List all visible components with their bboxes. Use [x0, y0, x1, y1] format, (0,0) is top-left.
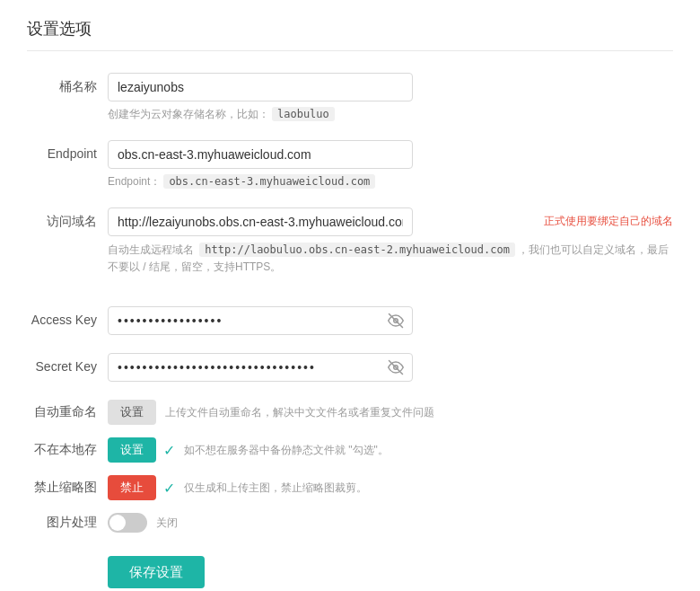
- thumb-check-icon: ✓: [163, 480, 175, 497]
- endpoint-hint: Endpoint：obs.cn-east-3.myhuaweicloud.com: [108, 174, 378, 190]
- bucket-input[interactable]: [108, 73, 413, 101]
- endpoint-hint-code: obs.cn-east-3.myhuaweicloud.com: [163, 174, 375, 189]
- image-toggle-label: 关闭: [156, 516, 178, 531]
- image-toggle[interactable]: 关闭: [108, 513, 178, 533]
- local-save-check-icon: ✓: [163, 442, 175, 459]
- visit-hint-code: http://laobuluo.obs.cn-east-2.myhuaweicl…: [199, 243, 515, 257]
- secret-key-label: Secret Key: [27, 353, 108, 374]
- rename-label: 自动重命名: [27, 404, 108, 420]
- save-button[interactable]: 保存设置: [108, 556, 205, 588]
- local-save-button[interactable]: 设置: [108, 437, 156, 463]
- access-key-input[interactable]: [108, 306, 413, 335]
- bucket-hint-code: laobuluo: [272, 107, 335, 121]
- rename-button[interactable]: 设置: [108, 400, 156, 425]
- thumb-label: 禁止缩略图: [27, 480, 108, 496]
- bucket-label: 桶名称: [27, 73, 108, 95]
- rename-hint: 上传文件自动重命名，解决中文文件名或者重复文件问题: [165, 405, 434, 420]
- endpoint-label: Endpoint: [27, 140, 108, 161]
- visit-hint: 自动生成远程域名 http://laobuluo.obs.cn-east-2.m…: [108, 242, 673, 276]
- local-save-label: 不在本地存: [27, 442, 108, 458]
- image-toggle-switch[interactable]: [108, 513, 147, 533]
- endpoint-input[interactable]: [108, 140, 413, 169]
- local-save-hint: 如不想在服务器中备份静态文件就 "勾选"。: [184, 443, 389, 458]
- page-title: 设置选项: [27, 18, 673, 51]
- toggle-knob: [109, 515, 126, 531]
- access-key-label: Access Key: [27, 306, 108, 327]
- visit-label: 访问域名: [27, 207, 108, 230]
- secret-key-input[interactable]: [108, 353, 413, 382]
- bucket-hint: 创建华为云对象存储名称，比如：laobuluo: [108, 107, 337, 122]
- visit-notice: 正式使用要绑定自己的域名: [544, 207, 673, 229]
- access-key-eye-icon[interactable]: [388, 313, 404, 329]
- thumb-button[interactable]: 禁止: [108, 475, 156, 500]
- image-label: 图片处理: [27, 515, 108, 531]
- visit-input[interactable]: [108, 207, 413, 236]
- secret-key-eye-icon[interactable]: [388, 359, 404, 375]
- thumb-hint: 仅生成和上传主图，禁止缩略图裁剪。: [184, 481, 367, 496]
